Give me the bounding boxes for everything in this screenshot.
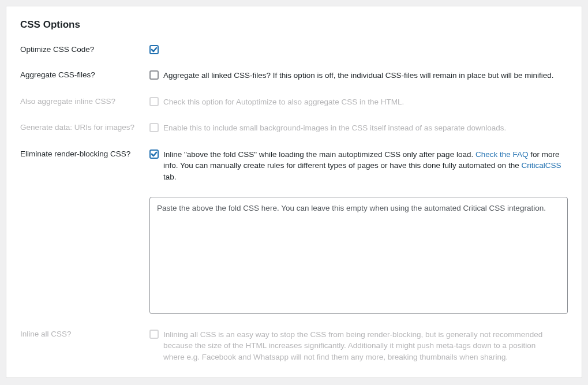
label-aggregate-css: Aggregate CSS-files? [20, 70, 149, 80]
link-criticalcss[interactable]: CriticalCSS [521, 161, 561, 170]
desc-aggregate-inline: Check this option for Autoptimize to als… [163, 96, 404, 108]
label-optimize-css: Optimize CSS Code? [20, 44, 149, 55]
desc-text-a: Inline "above the fold CSS" while loadin… [163, 150, 475, 159]
checkbox-inline-all [149, 330, 159, 339]
label-data-uris: Generate data: URIs for images? [20, 122, 149, 133]
row-optimize-css: Optimize CSS Code? [20, 44, 568, 55]
desc-data-uris: Enable this to include small background-… [163, 122, 506, 134]
desc-render-blocking: Inline "above the fold CSS" while loadin… [163, 149, 567, 183]
desc-inline-all: Inlining all CSS is an easy way to stop … [163, 329, 556, 363]
textarea-critical-css[interactable] [149, 197, 568, 314]
checkbox-render-blocking[interactable] [149, 149, 159, 159]
checkbox-data-uris [149, 123, 159, 132]
checkmark-icon [150, 150, 158, 158]
checkbox-aggregate-inline [149, 97, 159, 106]
row-data-uris: Generate data: URIs for images? Enable t… [20, 122, 568, 134]
label-inline-all: Inline all CSS? [20, 329, 149, 339]
checkbox-optimize-css[interactable] [149, 45, 159, 54]
checkmark-icon [150, 46, 158, 54]
link-check-faq[interactable]: Check the FAQ [475, 150, 529, 159]
checkbox-aggregate-css[interactable] [149, 70, 159, 80]
row-inline-all: Inline all CSS? Inlining all CSS is an e… [20, 329, 568, 363]
row-aggregate-css: Aggregate CSS-files? Aggregate all linke… [20, 70, 568, 81]
desc-aggregate-css: Aggregate all linked CSS-files? If this … [163, 70, 554, 81]
row-aggregate-inline: Also aggregate inline CSS? Check this op… [20, 96, 568, 108]
css-options-card: CSS Options Optimize CSS Code? Aggregate… [6, 6, 582, 378]
row-render-blocking: Eliminate render-blocking CSS? Inline "a… [20, 149, 568, 314]
label-aggregate-inline: Also aggregate inline CSS? [20, 96, 149, 107]
desc-text-c: tab. [163, 173, 177, 181]
page-title: CSS Options [20, 19, 568, 31]
label-render-blocking: Eliminate render-blocking CSS? [20, 149, 149, 159]
